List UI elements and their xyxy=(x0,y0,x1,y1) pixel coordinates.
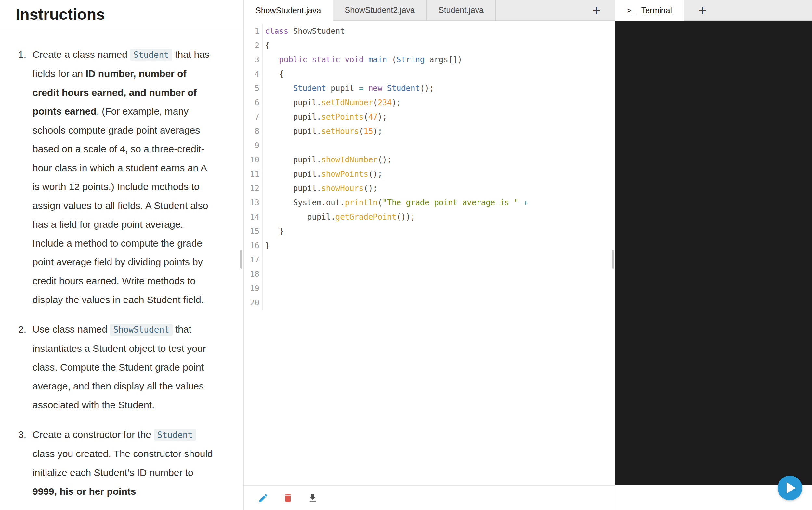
line-number: 3 xyxy=(244,53,263,67)
code-lines: 1class ShowStudent2{3 public static void… xyxy=(244,24,615,310)
code-text xyxy=(263,281,269,296)
line-number: 12 xyxy=(244,181,263,196)
code-text: pupil.showIdNumber(); xyxy=(263,153,392,167)
download-icon xyxy=(308,493,318,503)
edit-button[interactable] xyxy=(257,492,269,504)
code-text: public static void main (String args[]) xyxy=(263,53,462,67)
code-line: 10 pupil.showIdNumber(); xyxy=(244,153,615,167)
tab-showstudent2-java[interactable]: ShowStudent2.java xyxy=(333,0,427,21)
terminal-prompt-icon: >_ xyxy=(627,6,636,14)
code-text: { xyxy=(263,67,284,81)
code-text: pupil.setHours(15); xyxy=(263,124,382,139)
line-number: 18 xyxy=(244,267,263,281)
inline-code: Student xyxy=(154,429,196,441)
line-number: 19 xyxy=(244,281,263,296)
code-line: 20 xyxy=(244,296,615,310)
item-text: Create a class named Student that has fi… xyxy=(32,45,214,309)
code-line: 12 pupil.showHours(); xyxy=(244,181,615,196)
tab-terminal[interactable]: >_ Terminal xyxy=(615,0,684,21)
code-line: 3 public static void main (String args[]… xyxy=(244,53,615,67)
item-number: 2. xyxy=(18,320,32,415)
instructions-list: 1.Create a class named Student that has … xyxy=(0,30,243,501)
play-icon xyxy=(787,482,796,493)
instruction-item: 2.Use class named ShowStudent that insta… xyxy=(18,320,218,415)
editor-scrollbar[interactable] xyxy=(612,250,614,269)
tab-label: ShowStudent2.java xyxy=(345,5,415,15)
item-number: 1. xyxy=(18,45,32,309)
line-number: 16 xyxy=(244,238,263,253)
run-button[interactable] xyxy=(778,476,802,500)
text-segment: Create a constructor for the xyxy=(32,429,154,440)
item-text: Create a constructor for the Student cla… xyxy=(32,425,214,501)
item-number: 3. xyxy=(18,425,32,501)
code-editor[interactable]: 1class ShowStudent2{3 public static void… xyxy=(244,21,615,485)
code-text: } xyxy=(263,224,284,238)
instruction-item: 3.Create a constructor for the Student c… xyxy=(18,425,218,501)
line-number: 13 xyxy=(244,196,263,210)
code-text: } xyxy=(263,238,269,253)
code-line: 13 System.out.println("The grade point a… xyxy=(244,196,615,210)
instructions-title: Instructions xyxy=(16,5,243,24)
code-line: 4 { xyxy=(244,67,615,81)
code-line: 1class ShowStudent xyxy=(244,24,615,38)
text-segment: that instantiates a Student object to te… xyxy=(32,324,206,410)
line-number: 4 xyxy=(244,67,263,81)
code-line: 7 pupil.setPoints(47); xyxy=(244,110,615,124)
text-segment: 9999, his or her points xyxy=(32,486,136,497)
code-text: pupil.setIdNumber(234); xyxy=(263,95,401,110)
trash-icon xyxy=(283,493,293,503)
line-number: 9 xyxy=(244,139,263,153)
code-line: 17 xyxy=(244,253,615,267)
add-file-button[interactable]: + xyxy=(592,0,601,21)
add-terminal-button[interactable]: + xyxy=(698,0,707,21)
code-text: pupil.getGradePoint()); xyxy=(263,210,415,224)
code-line: 19 xyxy=(244,281,615,296)
terminal-panel: >_ Terminal + xyxy=(615,0,812,510)
instructions-header: Instructions xyxy=(0,0,243,30)
download-button[interactable] xyxy=(307,492,319,504)
code-text xyxy=(263,253,269,267)
inline-code: Student xyxy=(130,49,172,61)
line-number: 15 xyxy=(244,224,263,238)
code-line: 18 xyxy=(244,267,615,281)
line-number: 7 xyxy=(244,110,263,124)
editor-toolbar xyxy=(244,485,615,510)
line-number: 20 xyxy=(244,296,263,310)
code-text: class ShowStudent xyxy=(263,24,345,38)
line-number: 17 xyxy=(244,253,263,267)
pencil-icon xyxy=(258,493,268,503)
terminal-body[interactable] xyxy=(615,21,812,485)
tab-label: ShowStudent.java xyxy=(256,6,321,15)
code-text xyxy=(263,267,269,281)
instructions-scrollbar[interactable] xyxy=(240,250,242,269)
code-line: 15 } xyxy=(244,224,615,238)
line-number: 8 xyxy=(244,124,263,139)
code-text: pupil.setPoints(47); xyxy=(263,110,387,124)
line-number: 2 xyxy=(244,38,263,53)
code-line: 9 xyxy=(244,139,615,153)
instruction-item: 1.Create a class named Student that has … xyxy=(18,45,218,309)
code-line: 2{ xyxy=(244,38,615,53)
delete-button[interactable] xyxy=(282,492,294,504)
code-line: 5 Student pupil = new Student(); xyxy=(244,81,615,95)
terminal-tab-label: Terminal xyxy=(641,6,672,15)
editor-panel: ShowStudent.javaShowStudent2.javaStudent… xyxy=(243,0,615,510)
tab-student-java[interactable]: Student.java xyxy=(427,0,496,21)
line-number: 10 xyxy=(244,153,263,167)
editor-tabs: ShowStudent.javaShowStudent2.javaStudent… xyxy=(244,0,496,21)
line-number: 11 xyxy=(244,167,263,181)
code-text: pupil.showPoints(); xyxy=(263,167,382,181)
text-segment: Use class named xyxy=(32,324,110,335)
code-text: Student pupil = new Student(); xyxy=(263,81,434,95)
text-segment: Create a class named xyxy=(32,49,130,60)
editor-tabbar: ShowStudent.javaShowStudent2.javaStudent… xyxy=(244,0,615,21)
terminal-tabbar: >_ Terminal + xyxy=(615,0,812,21)
code-text: pupil.showHours(); xyxy=(263,181,378,196)
code-line: 8 pupil.setHours(15); xyxy=(244,124,615,139)
code-line: 14 pupil.getGradePoint()); xyxy=(244,210,615,224)
tab-showstudent-java[interactable]: ShowStudent.java xyxy=(244,0,333,21)
text-segment: class you created. The constructor shoul… xyxy=(32,448,213,478)
code-text xyxy=(263,296,269,310)
line-number: 1 xyxy=(244,24,263,38)
code-text: System.out.println("The grade point aver… xyxy=(263,196,528,210)
